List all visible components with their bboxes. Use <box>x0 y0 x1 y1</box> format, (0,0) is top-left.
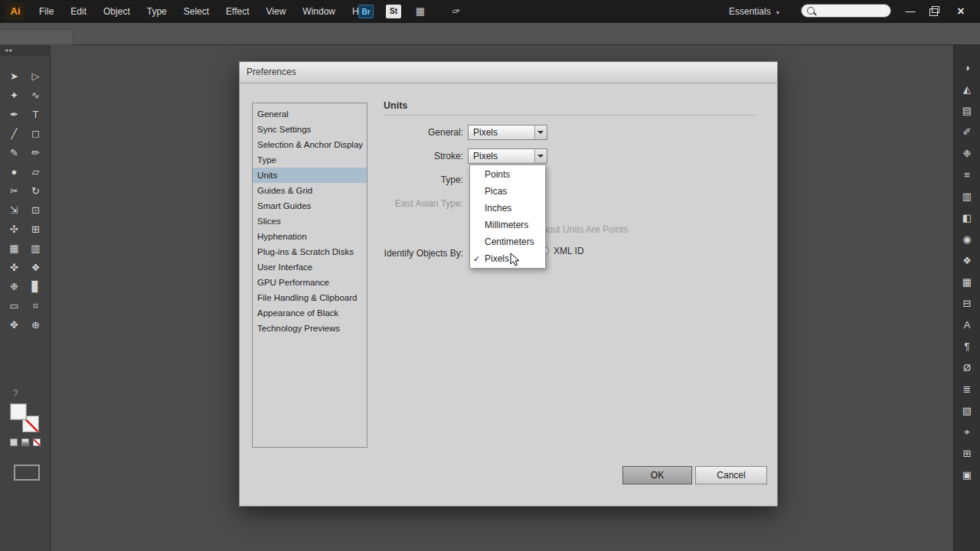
sidebar-item[interactable]: Hyphenation <box>253 229 367 244</box>
perspective-grid-tool[interactable]: ⊞ <box>25 221 47 237</box>
sidebar-item[interactable]: Smart Guides <box>253 198 367 214</box>
arrange-documents-icon[interactable]: ▦ <box>412 5 429 18</box>
free-transform-tool[interactable]: ⊡ <box>25 202 47 218</box>
dropdown-option[interactable]: Inches <box>470 200 545 217</box>
hand-tool[interactable]: ✥ <box>4 317 25 333</box>
menu-item[interactable]: Window <box>294 0 344 23</box>
gradient-button[interactable] <box>21 439 29 446</box>
graphic-styles-panel-icon[interactable]: ❖ <box>962 255 972 267</box>
character-panel-icon[interactable]: A <box>964 319 971 331</box>
stock-icon[interactable]: St <box>386 5 401 18</box>
menu-item[interactable]: Effect <box>217 0 257 23</box>
identify-objects-label: Identify Objects By: <box>354 246 463 261</box>
sidebar-item[interactable]: GPU Performance <box>253 275 367 290</box>
dropdown-option[interactable]: Millimeters <box>470 217 545 233</box>
workspace-switcher[interactable]: Essentials▾ <box>729 0 779 23</box>
menu-items: FileEditObjectTypeSelectEffectViewWindow… <box>31 0 380 23</box>
draw-mode-icon[interactable] <box>14 465 40 481</box>
brushes-panel-icon[interactable]: ✐ <box>963 126 972 139</box>
bridge-icon[interactable]: Br <box>358 5 374 18</box>
sidebar-item[interactable]: Guides & Grid <box>253 183 367 198</box>
lasso-tool[interactable]: ∿ <box>25 87 47 103</box>
pen-tool[interactable]: ✒ <box>4 106 25 122</box>
color-panel-icon[interactable]: ◑ <box>964 62 970 74</box>
pathfinder-panel-icon[interactable]: ▧ <box>962 405 972 417</box>
ok-button[interactable]: OK <box>622 466 692 484</box>
libraries-panel-icon[interactable]: ▣ <box>962 469 972 481</box>
menu-item[interactable]: View <box>258 0 295 23</box>
artboards-panel-icon[interactable]: ⊟ <box>963 298 972 310</box>
gradient-tool[interactable]: ▥ <box>25 240 47 256</box>
gradient-panel-icon[interactable]: ▥ <box>962 191 972 203</box>
zoom-tool[interactable]: ⊕ <box>25 317 47 333</box>
menu-item[interactable]: Object <box>95 0 139 23</box>
none-button[interactable] <box>33 439 41 446</box>
stroke-units-dropdown[interactable]: Pixels <box>468 148 547 164</box>
color-button[interactable] <box>10 439 18 446</box>
sidebar-item[interactable]: Units <box>253 168 367 183</box>
magic-wand-tool[interactable]: ✦ <box>4 87 25 103</box>
direct-selection-tool[interactable]: ▷ <box>25 68 47 84</box>
selection-tool[interactable]: ➤ <box>4 68 25 84</box>
sidebar-item[interactable]: File Handling & Clipboard <box>253 290 367 305</box>
sidebar-item[interactable]: Technology Previews <box>253 321 367 336</box>
close-button[interactable]: × <box>948 0 974 23</box>
navigator-panel-icon[interactable]: ⊞ <box>963 448 972 460</box>
appearance-panel-icon[interactable]: ◉ <box>962 233 971 246</box>
sidebar-item[interactable]: Sync Settings <box>253 122 367 137</box>
menu-item[interactable]: Type <box>139 0 175 23</box>
line-segment-tool[interactable]: ╱ <box>4 126 25 142</box>
opentype-panel-icon[interactable]: Ø <box>963 362 971 374</box>
menu-item[interactable]: Edit <box>62 0 95 23</box>
shape-builder-tool[interactable]: ✣ <box>4 221 25 237</box>
rotate-tool[interactable]: ↻ <box>25 183 47 199</box>
minimize-button[interactable]: — <box>899 0 922 23</box>
dropdown-option[interactable]: Centimeters <box>470 233 545 250</box>
sidebar-item[interactable]: Plug-ins & Scratch Disks <box>253 244 367 259</box>
dropdown-option[interactable]: Picas <box>470 183 545 200</box>
artboard-tool[interactable]: ▭ <box>4 298 25 314</box>
type-tool[interactable]: T <box>25 106 47 122</box>
dropdown-option[interactable]: Pixels <box>470 250 545 267</box>
align-panel-icon[interactable]: ≣ <box>963 383 972 396</box>
symbols-panel-icon[interactable]: ❉ <box>963 148 972 160</box>
collapse-panel-button[interactable]: ◂◂ <box>0 45 50 56</box>
cancel-button[interactable]: Cancel <box>695 466 767 484</box>
transparency-panel-icon[interactable]: ◧ <box>962 212 972 224</box>
slice-tool[interactable]: ⌗ <box>25 298 47 314</box>
share-icon[interactable]: ✑ <box>447 3 466 21</box>
blend-tool[interactable]: ❖ <box>25 259 47 276</box>
scissors-tool[interactable]: ✂ <box>4 183 25 199</box>
sidebar-item[interactable]: Slices <box>253 214 367 229</box>
sidebar-item[interactable]: User Interface <box>253 259 367 275</box>
sidebar-item[interactable]: Appearance of Black <box>253 305 367 321</box>
paintbrush-tool[interactable]: ✎ <box>4 145 25 161</box>
rectangle-tool[interactable]: ◻ <box>25 126 47 142</box>
column-graph-tool[interactable]: ▊ <box>25 279 47 295</box>
stroke-panel-icon[interactable]: ≡ <box>964 169 970 181</box>
color-guide-panel-icon[interactable]: ◭ <box>963 83 971 96</box>
general-units-dropdown[interactable]: Pixels <box>468 125 547 140</box>
type-label: Type: <box>354 172 463 187</box>
search-input[interactable] <box>801 4 891 18</box>
pencil-tool[interactable]: ✏ <box>25 145 47 161</box>
menu-item[interactable]: File <box>31 0 62 23</box>
illustrator-logo[interactable]: Ai <box>6 3 24 20</box>
paragraph-panel-icon[interactable]: ¶ <box>965 341 970 353</box>
restore-button[interactable] <box>922 0 945 23</box>
scale-tool[interactable]: ⇲ <box>4 202 25 218</box>
sidebar-item[interactable]: General <box>253 106 367 122</box>
blob-brush-tool[interactable]: ● <box>4 164 25 180</box>
mesh-tool[interactable]: ▦ <box>4 240 25 256</box>
fill-color-swatch[interactable] <box>10 403 27 420</box>
layers-panel-icon[interactable]: ▦ <box>962 276 972 289</box>
sidebar-item[interactable]: Selection & Anchor Display <box>253 137 367 152</box>
dropdown-option[interactable]: Points <box>470 166 545 183</box>
symbol-sprayer-tool[interactable]: ❉ <box>4 279 25 295</box>
eraser-tool[interactable]: ▱ <box>25 164 47 180</box>
menu-item[interactable]: Select <box>175 0 217 23</box>
sidebar-item[interactable]: Type <box>253 152 367 168</box>
eyedropper-tool[interactable]: ✜ <box>4 259 25 276</box>
transform-panel-icon[interactable]: ⌖ <box>964 426 969 439</box>
swatches-panel-icon[interactable]: ▤ <box>962 105 972 117</box>
